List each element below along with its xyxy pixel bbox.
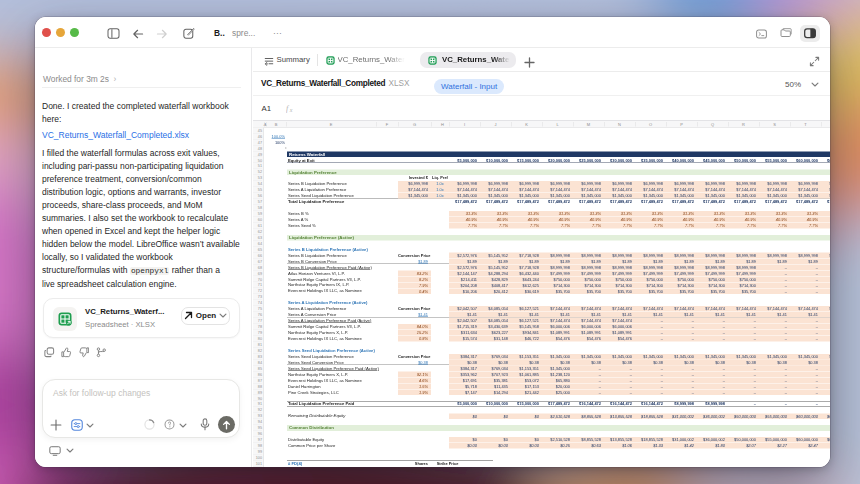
svg-text:x: x xyxy=(288,107,292,113)
